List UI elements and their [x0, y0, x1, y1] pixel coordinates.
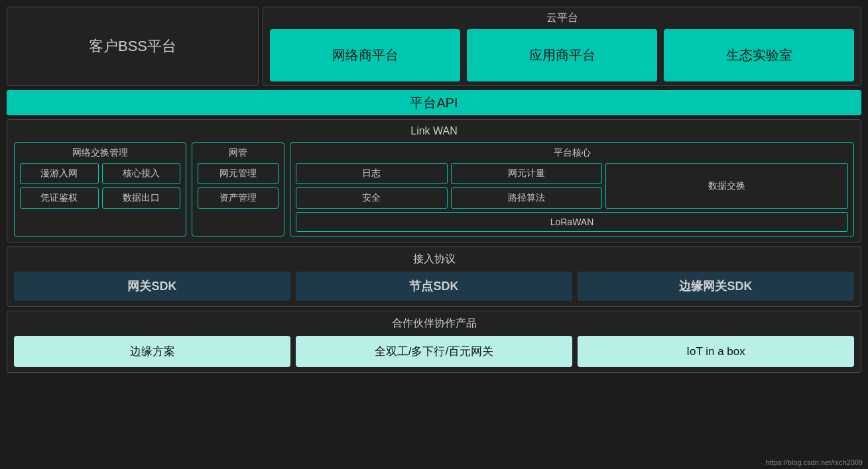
- net-mgmt-cell-0: 漫游入网: [20, 163, 99, 184]
- cloud-item-1: 应用商平台: [467, 29, 657, 81]
- platform-core-title: 平台核心: [296, 147, 848, 159]
- protocol-items: 网关SDK 节点SDK 边缘网关SDK: [14, 272, 854, 301]
- core-r2c0: 安全: [296, 187, 448, 209]
- lorawan-row: LoRaWAN: [296, 212, 848, 232]
- partner-items: 边缘方案 全双工/多下行/百元网关 IoT in a box: [14, 336, 854, 367]
- linkwan-inner: 网络交换管理 漫游入网 核心接入 凭证鉴权 数据出口: [14, 142, 854, 236]
- platform-core-grid: 日志 网元计量 数据交换 安全 路径算法: [296, 163, 848, 209]
- watermark: https://blog.csdn.net/nich2009: [766, 458, 863, 466]
- net-mgmt-cell-2: 凭证鉴权: [20, 187, 99, 209]
- net-mgmt-block: 网络交换管理 漫游入网 核心接入 凭证鉴权 数据出口: [14, 142, 186, 236]
- partner-title: 合作伙伴协作产品: [14, 317, 854, 331]
- netops-cell-0: 网元管理: [198, 163, 279, 184]
- cloud-item-0: 网络商平台: [270, 29, 460, 81]
- linkwan-title: Link WAN: [14, 125, 854, 137]
- cloud-platform: 云平台 网络商平台 应用商平台 生态实验室: [263, 7, 861, 86]
- top-row: 客户BSS平台 云平台 网络商平台 应用商平台 生态实验室: [7, 7, 861, 86]
- partner-item-1: 全双工/多下行/百元网关: [296, 336, 572, 367]
- net-mgmt-cell-1: 核心接入: [102, 163, 181, 184]
- bss-label: 客户BSS平台: [89, 36, 176, 56]
- partner-item-0: 边缘方案: [14, 336, 290, 367]
- protocol-item-0: 网关SDK: [14, 272, 290, 301]
- protocol-title: 接入协议: [14, 252, 854, 266]
- net-mgmt-title: 网络交换管理: [20, 147, 180, 159]
- cloud-item-2: 生态实验室: [664, 29, 854, 81]
- api-label: 平台API: [410, 94, 458, 112]
- core-r1c2: 数据交换: [605, 163, 848, 209]
- platform-core-block: 平台核心 日志 网元计量 数据交换 安全 路径算法: [290, 142, 854, 236]
- protocol-section: 接入协议 网关SDK 节点SDK 边缘网关SDK: [7, 246, 861, 307]
- net-mgmt-grid: 漫游入网 核心接入 凭证鉴权 数据出口: [20, 163, 180, 209]
- core-r1c1: 网元计量: [451, 163, 603, 184]
- bss-platform: 客户BSS平台: [7, 7, 259, 86]
- netops-title: 网管: [198, 147, 279, 159]
- cloud-items: 网络商平台 应用商平台 生态实验室: [270, 29, 854, 81]
- netops-block: 网管 网元管理 资产管理: [192, 142, 284, 236]
- net-mgmt-cell-3: 数据出口: [102, 187, 181, 209]
- lorawan-cell: LoRaWAN: [296, 212, 848, 232]
- core-r2c1: 路径算法: [451, 187, 603, 209]
- cloud-title: 云平台: [270, 11, 854, 25]
- protocol-item-2: 边缘网关SDK: [578, 272, 854, 301]
- core-r1c0: 日志: [296, 163, 448, 184]
- partner-section: 合作伙伴协作产品 边缘方案 全双工/多下行/百元网关 IoT in a box: [7, 311, 861, 373]
- netops-cell-1: 资产管理: [198, 187, 279, 209]
- main-container: 客户BSS平台 云平台 网络商平台 应用商平台 生态实验室 平台API Link…: [0, 0, 868, 469]
- api-bar: 平台API: [7, 90, 861, 115]
- partner-item-2: IoT in a box: [578, 336, 854, 367]
- netops-grid: 网元管理 资产管理: [198, 163, 279, 209]
- protocol-item-1: 节点SDK: [296, 272, 572, 301]
- linkwan-section: Link WAN 网络交换管理 漫游入网 核心接入 凭证鉴权 数据出口: [7, 119, 861, 242]
